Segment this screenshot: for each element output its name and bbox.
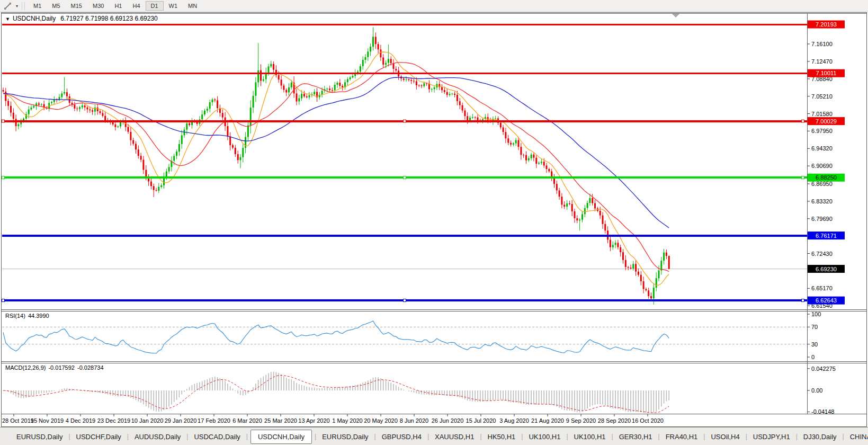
rsi-indicator-label: RSI(14)44.3990 xyxy=(5,313,52,319)
macd-axis-label: 0.00 xyxy=(811,387,822,394)
timeframe-button-m15[interactable]: M15 xyxy=(66,1,87,11)
price-axis-label: 7.12470 xyxy=(811,58,833,65)
macd-value-signal: -0.028734 xyxy=(77,364,104,371)
bull-candle-wicks xyxy=(19,27,664,305)
moving-average-lines xyxy=(3,52,669,286)
chart-tab-usdcad-daily[interactable]: USDCAD,Daily xyxy=(188,430,246,444)
chart-symbol-title: USDCNH,Daily xyxy=(13,15,56,22)
timeframe-button-h1[interactable]: H1 xyxy=(109,1,127,11)
date-axis-label: 23 Dec 2019 xyxy=(97,417,130,424)
date-axis: 28 Oct 201915 Nov 20194 Dec 201923 Dec 2… xyxy=(2,414,664,424)
timeframe-button-d1[interactable]: D1 xyxy=(146,1,164,11)
ma-55-line xyxy=(3,77,669,228)
price-axis-label: 6.90690 xyxy=(811,163,833,169)
ma-9-line xyxy=(3,52,669,286)
rsi-axis-label: 70 xyxy=(811,324,818,330)
price-axis-label: 7.16100 xyxy=(811,41,833,47)
rsi-line xyxy=(3,321,669,353)
rsi-axis-label: 30 xyxy=(811,341,818,348)
date-axis-label: 21 Aug 2020 xyxy=(531,417,564,424)
price-badge-label: 7.00029 xyxy=(816,118,837,124)
timeframe-button-m5[interactable]: M5 xyxy=(47,1,65,11)
chart-tab-audusd-daily[interactable]: AUDUSD,Daily xyxy=(129,430,186,444)
date-axis-label: 25 Mar 2020 xyxy=(264,417,297,424)
chart-tab-usdcnh-daily[interactable]: USDCNH,Daily xyxy=(250,430,312,444)
date-axis-label: 28 Oct 2019 xyxy=(2,417,34,424)
tab-separator: | xyxy=(246,433,248,440)
line-handle[interactable] xyxy=(404,299,406,302)
chart-canvas[interactable]: 7.161007.124707.088407.052107.015806.979… xyxy=(0,0,868,445)
macd-axis-label: 0.042275 xyxy=(811,366,836,372)
chart-tab-usdjpy-h1[interactable]: USDJPY,H1 xyxy=(747,430,796,444)
line-handle[interactable] xyxy=(2,120,5,122)
date-axis-label: 29 Jan 2020 xyxy=(165,417,197,424)
chart-tab-gbpusd-h4[interactable]: GBPUSD,H4 xyxy=(376,430,427,444)
timeframe-buttons: M1M5M15M30H1H4D1W1MN xyxy=(28,1,202,11)
chart-tab-dj30-daily[interactable]: DJ30,Daily xyxy=(798,430,843,444)
date-axis-label: 8 Jun 2020 xyxy=(400,417,428,424)
price-axis-label: 7.01580 xyxy=(811,111,833,117)
chart-tab-china300-h1[interactable]: CHINA300,H1 xyxy=(844,430,868,444)
tool-dropdown-caret-icon[interactable]: ▾ xyxy=(13,4,21,8)
line-handle[interactable] xyxy=(404,176,406,179)
trendline-tool-icon xyxy=(4,2,12,10)
line-handle[interactable] xyxy=(404,120,406,122)
price-axis-label: 6.72430 xyxy=(811,251,833,257)
date-axis-label: 10 Jan 2020 xyxy=(131,417,164,424)
collapse-triangle-icon[interactable]: ▼ xyxy=(5,16,10,22)
rsi-name: RSI(14) xyxy=(5,313,25,319)
price-axis: 7.161007.124707.088407.052107.015806.979… xyxy=(808,21,845,415)
macd-axis-label: -0.04148 xyxy=(811,408,834,415)
chart-tab-uk100-h1[interactable]: UK100,H1 xyxy=(523,430,566,444)
chart-tab-uk100-h1[interactable]: UK100,H1 xyxy=(568,430,612,444)
timeframe-button-w1[interactable]: W1 xyxy=(164,1,183,11)
mt4-terminal-window: ▾ M1M5M15M30H1H4D1W1MN 7.161007.124707.0… xyxy=(0,0,868,445)
chart-tab-fra40-h1[interactable]: FRA40,H1 xyxy=(660,430,704,444)
chart-tab-usdchf-daily[interactable]: USDCHF,Daily xyxy=(70,430,127,444)
chart-shift-marker[interactable] xyxy=(672,14,679,17)
date-axis-label: 15 Jul 2020 xyxy=(466,417,496,424)
rsi-value: 44.3990 xyxy=(28,313,49,319)
date-axis-label: 3 Aug 2020 xyxy=(499,417,529,424)
price-axis-label: 6.65170 xyxy=(811,285,833,291)
date-axis-label: 20 May 2020 xyxy=(364,417,398,424)
price-axis-label: 6.83320 xyxy=(811,198,833,204)
chart-window-border xyxy=(2,13,867,427)
line-handle[interactable] xyxy=(2,176,5,179)
line-handle[interactable] xyxy=(802,299,804,302)
rsi-axis-label: 100 xyxy=(811,311,821,317)
chart-tab-bar: EURUSD,Daily|USDCHF,Daily|AUDUSD,Daily|U… xyxy=(0,427,868,445)
chart-tabs: EURUSD,Daily|USDCHF,Daily|AUDUSD,Daily|U… xyxy=(11,430,868,444)
timeframe-button-m30[interactable]: M30 xyxy=(87,1,109,11)
price-axis-label: 6.94320 xyxy=(811,145,833,152)
date-axis-label: 26 Jun 2020 xyxy=(432,417,464,424)
timeframe-toolbar: ▾ M1M5M15M30H1H4D1W1MN xyxy=(0,0,868,12)
date-axis-label: 1 May 2020 xyxy=(332,417,362,424)
chart-tab-eurusd-daily[interactable]: EURUSD,Daily xyxy=(11,430,68,444)
trendline-tool-button[interactable] xyxy=(2,1,13,11)
price-badge-label: 6.62643 xyxy=(816,297,837,304)
timeframe-button-mn[interactable]: MN xyxy=(183,1,202,11)
date-axis-label: 4 Dec 2019 xyxy=(66,417,95,424)
price-badge-label: 7.20193 xyxy=(816,21,837,28)
date-axis-label: 17 Feb 2020 xyxy=(198,417,230,424)
chart-header: ▼USDCNH,Daily6.71927 6.71998 6.69123 6.6… xyxy=(5,15,158,22)
price-axis-label: 6.97950 xyxy=(811,128,833,134)
support-resistance-lines xyxy=(2,24,808,302)
date-axis-label: 28 Sep 2020 xyxy=(598,417,631,424)
chart-tab-xauusd-h1[interactable]: XAUUSD,H1 xyxy=(429,430,480,444)
date-axis-label: 13 Apr 2020 xyxy=(298,417,329,424)
price-badge-label: 6.88250 xyxy=(816,174,837,181)
timeframe-button-m1[interactable]: M1 xyxy=(28,1,47,11)
price-badge-label: 6.76171 xyxy=(816,233,837,239)
line-handle[interactable] xyxy=(2,299,5,302)
ma-21-line xyxy=(3,63,669,272)
chart-tab-usoil-h4[interactable]: USOil,H4 xyxy=(705,430,745,444)
line-handle[interactable] xyxy=(802,176,804,179)
price-axis-label: 6.86950 xyxy=(811,181,833,187)
chart-tab-ger30-h1[interactable]: GER30,H1 xyxy=(613,430,658,444)
chart-tab-hk50-h1[interactable]: HK50,H1 xyxy=(482,430,522,444)
line-handle[interactable] xyxy=(802,120,804,122)
chart-tab-eurusd-daily[interactable]: EURUSD,Daily xyxy=(316,430,374,444)
timeframe-button-h4[interactable]: H4 xyxy=(127,1,145,11)
